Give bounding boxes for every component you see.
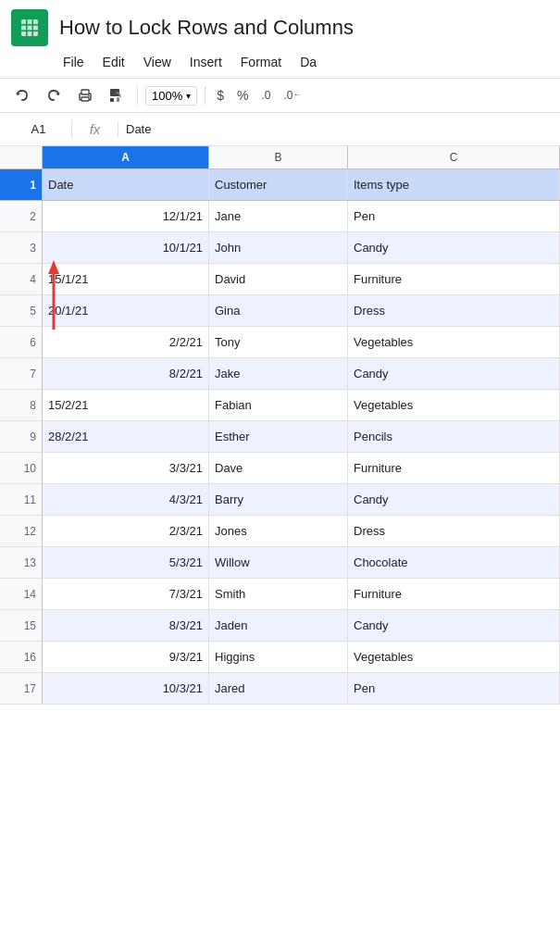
print-button[interactable]	[72, 82, 98, 108]
cell-c[interactable]: Furniture	[348, 453, 560, 483]
cell-b[interactable]: Dave	[209, 453, 348, 483]
cell-a[interactable]: 8/3/21	[43, 610, 209, 641]
cell-b[interactable]: Tony	[209, 327, 348, 357]
menu-insert[interactable]: Insert	[182, 52, 230, 72]
table-row[interactable]: 11 4/3/21 Barry Candy	[0, 484, 560, 516]
cell-c[interactable]: Furniture	[348, 579, 560, 609]
column-headers: A B C	[0, 146, 560, 169]
cell-c[interactable]: Vegetables	[348, 642, 560, 672]
cell-b[interactable]: Jones	[209, 516, 348, 546]
cell-a[interactable]: 15/2/21	[43, 390, 209, 420]
cell-a[interactable]: 12/1/21	[43, 201, 209, 231]
cell-b[interactable]: Jared	[209, 673, 348, 704]
row-number: 4	[0, 264, 43, 294]
app-icon	[11, 9, 48, 46]
cell-b[interactable]: Fabian	[209, 390, 348, 420]
table-row[interactable]: 8 15/2/21 Fabian Vegetables	[0, 390, 560, 421]
cell-b[interactable]: Customer	[209, 169, 348, 200]
menu-format[interactable]: Format	[233, 52, 289, 72]
cell-a[interactable]: 2/3/21	[43, 516, 209, 546]
cell-c[interactable]: Dress	[348, 516, 560, 546]
cell-a[interactable]: 20/1/21	[43, 295, 209, 326]
cell-a[interactable]: 10/3/21	[43, 673, 209, 704]
row-number: 11	[0, 484, 43, 515]
svg-rect-8	[81, 90, 89, 94]
cell-b[interactable]: David	[209, 264, 348, 294]
cell-a[interactable]: 5/3/21	[43, 547, 209, 578]
undo-button[interactable]	[9, 82, 35, 108]
menu-file[interactable]: File	[56, 52, 92, 72]
cell-c[interactable]: Vegetables	[348, 327, 560, 357]
cell-b[interactable]: Higgins	[209, 642, 348, 672]
cell-a[interactable]: 15/1/21	[43, 264, 209, 294]
table-row[interactable]: 14 7/3/21 Smith Furniture	[0, 579, 560, 610]
cell-b[interactable]: Smith	[209, 579, 348, 609]
decimal-less-button[interactable]: .0←	[280, 87, 305, 104]
row-number: 3	[0, 232, 43, 263]
redo-button[interactable]	[41, 82, 67, 108]
cell-c[interactable]: Dress	[348, 295, 560, 326]
cell-b[interactable]: John	[209, 232, 348, 263]
row-number: 15	[0, 610, 43, 641]
cell-a[interactable]: Date	[43, 169, 209, 200]
toolbar-divider2	[205, 86, 205, 105]
cell-a[interactable]: 4/3/21	[43, 484, 209, 515]
zoom-control[interactable]: 100% ▾	[145, 86, 197, 106]
cell-c[interactable]: Pen	[348, 201, 560, 231]
cell-c[interactable]: Vegetables	[348, 390, 560, 420]
table-row[interactable]: 7 8/2/21 Jake Candy	[0, 358, 560, 390]
table-row[interactable]: 2 12/1/21 Jane Pen	[0, 201, 560, 232]
cell-c[interactable]: Chocolate	[348, 547, 560, 578]
table-row[interactable]: 5 20/1/21 Gina Dress	[0, 295, 560, 327]
formula-content[interactable]: Date	[118, 120, 554, 138]
col-header-a[interactable]: A	[43, 146, 209, 168]
cell-c[interactable]: Candy	[348, 358, 560, 389]
cell-b[interactable]: Barry	[209, 484, 348, 515]
col-header-b[interactable]: B	[209, 146, 348, 168]
cell-a[interactable]: 2/2/21	[43, 327, 209, 357]
table-row[interactable]: 12 2/3/21 Jones Dress	[0, 516, 560, 547]
currency-button[interactable]: $	[213, 86, 228, 105]
table-row[interactable]: 16 9/3/21 Higgins Vegetables	[0, 642, 560, 673]
cell-b[interactable]: Jane	[209, 201, 348, 231]
cell-a[interactable]: 10/1/21	[43, 232, 209, 263]
menu-data[interactable]: Da	[292, 52, 324, 72]
cell-a[interactable]: 3/3/21	[43, 453, 209, 483]
cell-c[interactable]: Candy	[348, 610, 560, 641]
cell-reference[interactable]: A1	[6, 120, 72, 138]
cell-c[interactable]: Furniture	[348, 264, 560, 294]
cell-b[interactable]: Jake	[209, 358, 348, 389]
cell-b[interactable]: Esther	[209, 421, 348, 452]
svg-rect-12	[110, 98, 114, 102]
table-row[interactable]: 15 8/3/21 Jaden Candy	[0, 610, 560, 642]
cell-b[interactable]: Willow	[209, 547, 348, 578]
table-row[interactable]: 6 2/2/21 Tony Vegetables	[0, 327, 560, 358]
cell-b[interactable]: Jaden	[209, 610, 348, 641]
menu-view[interactable]: View	[136, 52, 179, 72]
cell-c[interactable]: Candy	[348, 232, 560, 263]
table-row[interactable]: 3 10/1/21 John Candy	[0, 232, 560, 264]
cell-c[interactable]: Items type	[348, 169, 560, 200]
cell-b[interactable]: Gina	[209, 295, 348, 326]
table-row[interactable]: 9 28/2/21 Esther Pencils	[0, 421, 560, 453]
cell-a[interactable]: 8/2/21	[43, 358, 209, 389]
cell-a[interactable]: 9/3/21	[43, 642, 209, 672]
row-number: 14	[0, 579, 43, 609]
cell-a[interactable]: 7/3/21	[43, 579, 209, 609]
toolbar-divider	[137, 86, 138, 105]
cell-c[interactable]: Pencils	[348, 421, 560, 452]
col-header-c[interactable]: C	[348, 146, 560, 168]
cell-a[interactable]: 28/2/21	[43, 421, 209, 452]
svg-point-10	[88, 95, 90, 97]
paint-format-button[interactable]	[104, 82, 130, 108]
table-row[interactable]: 17 10/3/21 Jared Pen	[0, 673, 560, 705]
percent-button[interactable]: %	[233, 86, 252, 105]
table-row[interactable]: 1 Date Customer Items type	[0, 169, 560, 201]
cell-c[interactable]: Candy	[348, 484, 560, 515]
cell-c[interactable]: Pen	[348, 673, 560, 704]
decimal-more-button[interactable]: .0	[258, 87, 275, 104]
table-row[interactable]: 13 5/3/21 Willow Chocolate	[0, 547, 560, 579]
table-row[interactable]: 10 3/3/21 Dave Furniture	[0, 453, 560, 484]
menu-edit[interactable]: Edit	[95, 52, 132, 72]
table-row[interactable]: 4 15/1/21 David Furniture	[0, 264, 560, 295]
